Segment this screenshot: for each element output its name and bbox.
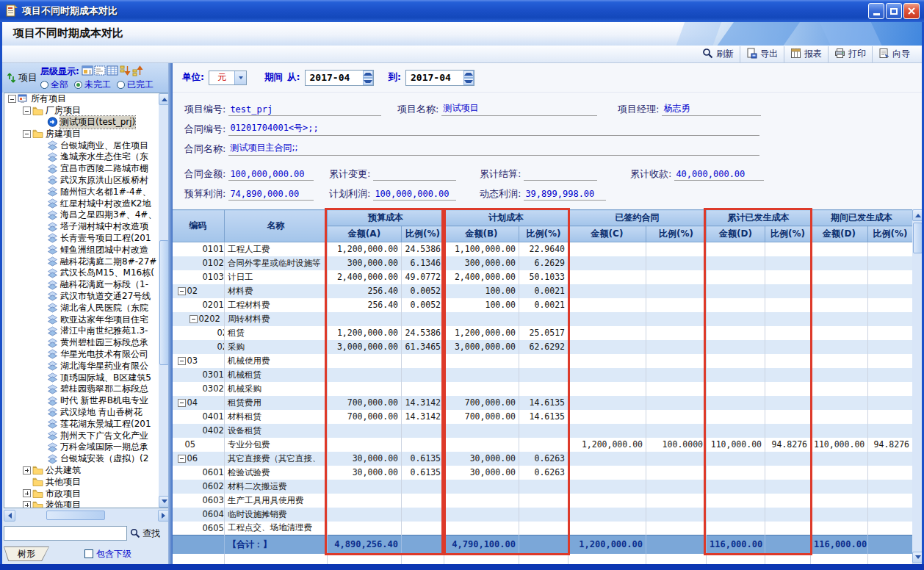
col-sub-4-ratio[interactable]: 比例(%): [765, 226, 811, 242]
col-group-4[interactable]: 累计已发生成本: [707, 210, 811, 226]
table-row[interactable]: 04租赁费用700,000.0014.3142700,000.0014.6135: [172, 396, 913, 410]
tree-horizontal-scrollbar[interactable]: [4, 510, 170, 522]
tree-hscroll-thumb[interactable]: [46, 511, 105, 520]
tree-item[interactable]: 厂房项目: [4, 105, 157, 117]
tree-item[interactable]: 武汉长岛M15、M16栋(: [4, 267, 157, 279]
project-no-value[interactable]: test_prj: [228, 104, 381, 116]
tree-item[interactable]: 湖北海华星药业有限公: [4, 360, 157, 372]
col-sub-4-amount[interactable]: 金额(D): [707, 226, 765, 242]
col-sub-3-ratio[interactable]: 比例(%): [646, 226, 707, 242]
expand-icon[interactable]: [23, 501, 31, 508]
tree-item[interactable]: 荆州天下广告文化产业: [4, 430, 157, 441]
cum-settle-value[interactable]: [524, 179, 597, 181]
tree-item[interactable]: 所有项目: [4, 93, 157, 105]
expand-icon[interactable]: [23, 466, 31, 475]
tree-item[interactable]: 武汉市轨道交通27号线: [4, 291, 157, 303]
tree-item[interactable]: 武汉东原洪山区板桥村: [4, 175, 157, 187]
col-sub-3-amount[interactable]: 金额(C): [569, 226, 646, 242]
tree-item[interactable]: 长青壹号项目工程(201: [4, 233, 157, 245]
table-row[interactable]: 0605工程点交、场地清理费: [172, 522, 913, 535]
tree-item[interactable]: 鲤鱼洲组团城中村改造: [4, 244, 157, 256]
tree-item[interactable]: 黄州碧桂园三标段总承: [4, 337, 157, 349]
contract-name-value[interactable]: 测试项目主合同;;: [228, 142, 759, 156]
tree-item[interactable]: 万科金域国际一期总承: [4, 441, 157, 453]
tree-item[interactable]: 装饰项目: [4, 499, 157, 508]
tree-item[interactable]: 其他项目: [4, 476, 157, 488]
tree-item[interactable]: 武汉绿地 青山香树花: [4, 407, 157, 419]
tree-item[interactable]: 公共建筑: [4, 465, 157, 477]
maximize-button[interactable]: [886, 3, 902, 19]
col-group-5[interactable]: 期间已发生成本: [811, 210, 913, 226]
collapse-icon[interactable]: [178, 455, 186, 463]
refresh-arrows-icon[interactable]: [7, 73, 16, 83]
tree-item[interactable]: 顶琇国际城、B区建筑5: [4, 372, 157, 383]
layout-grid-icon[interactable]: [107, 65, 119, 76]
tree-item[interactable]: 塔子湖村城中村改造项: [4, 221, 157, 233]
toolbar-button-4[interactable]: 打印: [828, 46, 872, 62]
tree-item[interactable]: 莲花湖东景城工程(201: [4, 418, 157, 430]
plan-profit-value[interactable]: 100,000,000.00: [373, 189, 456, 201]
table-row[interactable]: 05专业分包费1,200,000.00100.0000110,000.0094.…: [172, 438, 913, 452]
col-sub-1-amount[interactable]: 金额(A): [328, 226, 402, 242]
tree-search-input[interactable]: [4, 526, 127, 541]
tree-item[interactable]: 台银城安装（虚拟）(2: [4, 453, 157, 465]
table-row[interactable]: 06其它直接费（其它直接、30,000.000.613530,000.000.6…: [172, 452, 913, 466]
manager-value[interactable]: 杨志勇: [662, 102, 761, 116]
tree-item[interactable]: 台银城商业、居住项目: [4, 140, 157, 151]
collapse-icon[interactable]: [23, 107, 31, 115]
col-sub-2-ratio[interactable]: 比例(%): [519, 226, 569, 242]
radio-finished[interactable]: 已完工: [117, 79, 154, 91]
table-row[interactable]: 0604临时设施摊销费: [172, 508, 913, 522]
table-row[interactable]: 0402设备租赁: [172, 424, 913, 438]
collapse-icon[interactable]: [8, 95, 16, 103]
collapse-icon[interactable]: [23, 130, 31, 138]
find-button[interactable]: 查找: [130, 527, 160, 540]
tree-item[interactable]: 融科花满庭一标段（1-: [4, 279, 157, 291]
tree-item[interactable]: 宜昌市西陵二路城市棚: [4, 163, 157, 175]
contract-no-value[interactable]: 01201704001<号>;;: [228, 122, 759, 136]
tree-item[interactable]: 随州恒大名都1#-4#、: [4, 186, 157, 198]
toolbar-button-1[interactable]: 刷新: [696, 46, 740, 62]
tree-item[interactable]: 碧桂园翡翠郡二标段总: [4, 383, 157, 395]
contract-amount-value[interactable]: 100,000,000.00: [228, 169, 314, 181]
cum-change-value[interactable]: [373, 179, 456, 181]
table-row[interactable]: 0602材料二次搬运费: [172, 480, 913, 494]
col-sub-1-ratio[interactable]: 比例(%): [402, 226, 444, 242]
tree-item[interactable]: 湖北省人民医院（东院: [4, 302, 157, 314]
table-row[interactable]: 02材料费256.400.0052100.000.0021: [172, 284, 913, 298]
tree-item[interactable]: 市政项目: [4, 488, 157, 499]
col-sub-5-amount[interactable]: 金额(D): [811, 226, 868, 242]
table-row[interactable]: 020采购3,000,000.0061.34653,000,000.0062.6…: [172, 340, 913, 354]
tree-item[interactable]: 欧亚达家年华项目住宅: [4, 314, 157, 325]
radio-unfinished[interactable]: 未完工: [74, 79, 111, 91]
table-row[interactable]: 0102合同外零星或临时设施等300,000.006.1346300,000.0…: [172, 256, 913, 270]
col-group-3[interactable]: 已签约合同: [569, 210, 707, 226]
toolbar-button-2[interactable]: 导出: [740, 46, 784, 62]
table-row[interactable]: 0302机械采购: [172, 382, 913, 396]
panel-splitter[interactable]: [168, 63, 173, 564]
col-sub-2-amount[interactable]: 金额(B): [444, 226, 519, 242]
col-group-2[interactable]: 计划成本: [444, 210, 569, 226]
include-children-checkbox[interactable]: 包含下级: [84, 548, 131, 560]
table-row[interactable]: 0301机械租赁: [172, 368, 913, 382]
toolbar-button-5[interactable]: 向导: [872, 46, 916, 62]
expand-icon[interactable]: [23, 489, 31, 497]
table-row[interactable]: 0103计日工2,400,000.0049.07722,400,000.0050…: [172, 270, 913, 284]
dynamic-profit-value[interactable]: 39,899,998.00: [524, 189, 606, 201]
tree-item[interactable]: 潜江中南世纪雅苑1.3-: [4, 325, 157, 337]
dropdown-arrow-icon[interactable]: [234, 71, 246, 84]
unit-dropdown[interactable]: 元: [209, 71, 247, 85]
collapse-icon[interactable]: [178, 287, 186, 295]
col-group-1[interactable]: 预算成本: [328, 210, 444, 226]
toolbar-button-3[interactable]: 报表: [784, 46, 828, 62]
spin-down-icon[interactable]: [463, 78, 474, 85]
table-row[interactable]: 0601检验试验费30,000.000.613530,000.000.6263: [172, 466, 913, 480]
tree-item[interactable]: 融科花满庭二期8#-27#: [4, 256, 157, 267]
tree-item[interactable]: 逸城亲水生态住宅（东: [4, 151, 157, 163]
sort-asc-icon[interactable]: [131, 65, 144, 76]
budget-profit-value[interactable]: 74,890,000.00: [228, 189, 314, 201]
table-row[interactable]: 0101工程人工费1,200,000.0024.53861,100,000.00…: [172, 242, 913, 256]
period-to-spinner[interactable]: 2017-04: [405, 70, 474, 86]
collapse-icon[interactable]: [178, 357, 186, 365]
tree-item[interactable]: 时代 新世界B机电专业: [4, 395, 157, 407]
